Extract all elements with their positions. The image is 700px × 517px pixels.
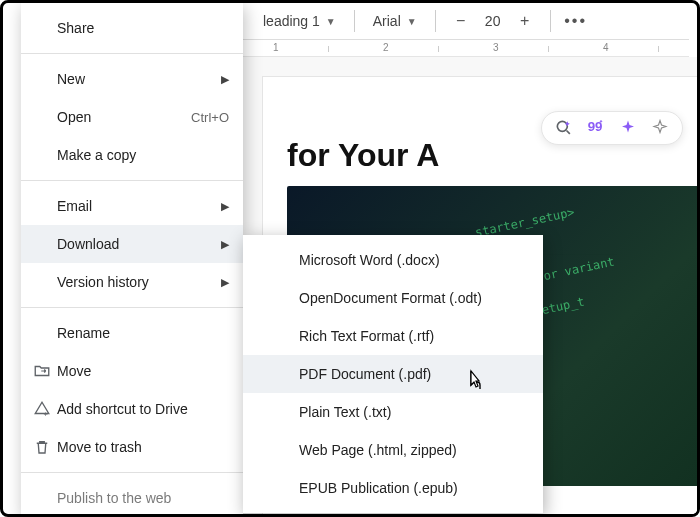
submenu-item-txt[interactable]: Plain Text (.txt) [243,393,543,431]
menu-label: Move to trash [57,439,229,455]
menu-item-make-copy[interactable]: Make a copy [21,136,243,174]
submenu-label: Web Page (.html, zipped) [299,442,457,458]
sparkle-icon[interactable] [618,118,638,138]
download-submenu: Microsoft Word (.docx) OpenDocument Form… [243,235,543,513]
quote-sparkle-icon[interactable]: 99 [586,118,606,138]
toolbar-separator [354,10,355,32]
menu-item-move[interactable]: Move [21,352,243,390]
menu-label: New [57,71,221,87]
increase-font-size-button[interactable]: + [512,8,538,34]
submenu-arrow-icon: ▶ [221,200,229,213]
ruler-number: 3 [493,42,499,53]
menu-label: Open [57,109,191,125]
menu-item-add-shortcut[interactable]: + Add shortcut to Drive [21,390,243,428]
submenu-arrow-icon: ▶ [221,276,229,289]
chevron-down-icon: ▼ [326,16,336,27]
menu-item-open[interactable]: Open Ctrl+O [21,98,243,136]
submenu-label: PDF Document (.pdf) [299,366,431,382]
decrease-font-size-button[interactable]: − [448,8,474,34]
ai-suggestion-bubble[interactable]: 99 [541,111,683,145]
ruler-number: 1 [273,42,279,53]
more-toolbar-button[interactable]: ••• [563,8,589,34]
menu-label: Share [57,20,229,36]
submenu-label: Rich Text Format (.rtf) [299,328,434,344]
submenu-arrow-icon: ▶ [221,73,229,86]
font-size-value[interactable]: 20 [480,13,506,29]
menu-separator [21,53,243,54]
submenu-item-html[interactable]: Web Page (.html, zipped) [243,431,543,469]
drive-shortcut-icon: + [33,400,57,418]
menu-item-new[interactable]: New ▶ [21,60,243,98]
menu-label: Publish to the web [57,490,229,506]
submenu-item-pdf[interactable]: PDF Document (.pdf) [243,355,543,393]
font-family-label: Arial [373,13,401,29]
menu-label: Make a copy [57,147,229,163]
menu-label: Download [57,236,221,252]
font-family-dropdown[interactable]: Arial ▼ [367,9,423,33]
trash-icon [33,438,57,456]
submenu-item-docx[interactable]: Microsoft Word (.docx) [243,241,543,279]
menu-item-email[interactable]: Email ▶ [21,187,243,225]
menu-label: Add shortcut to Drive [57,401,229,417]
submenu-arrow-icon: ▶ [221,238,229,251]
submenu-item-odt[interactable]: OpenDocument Format (.odt) [243,279,543,317]
menu-item-publish[interactable]: Publish to the web [21,479,243,517]
svg-text:+: + [44,410,49,419]
svg-point-0 [557,121,567,131]
ruler-number: 4 [603,42,609,53]
chevron-down-icon: ▼ [407,16,417,27]
menu-separator [21,472,243,473]
menu-separator [21,307,243,308]
toolbar-separator [550,10,551,32]
toolbar-separator [435,10,436,32]
sparkle-outline-icon[interactable] [650,118,670,138]
menu-item-share[interactable]: Share [21,9,243,47]
menu-item-version-history[interactable]: Version history ▶ [21,263,243,301]
folder-move-icon [33,362,57,380]
ruler: 1 2 3 4 [243,39,689,57]
submenu-item-rtf[interactable]: Rich Text Format (.rtf) [243,317,543,355]
ruler-number: 2 [383,42,389,53]
paragraph-style-label: leading 1 [263,13,320,29]
paragraph-style-dropdown[interactable]: leading 1 ▼ [257,9,342,33]
menu-separator [21,180,243,181]
menu-shortcut: Ctrl+O [191,110,229,125]
search-sparkle-icon[interactable] [554,118,574,138]
submenu-item-epub[interactable]: EPUB Publication (.epub) [243,469,543,507]
menu-item-download[interactable]: Download ▶ [21,225,243,263]
menu-label: Rename [57,325,229,341]
menu-label: Email [57,198,221,214]
menu-label: Move [57,363,229,379]
submenu-label: EPUB Publication (.epub) [299,480,458,496]
submenu-label: OpenDocument Format (.odt) [299,290,482,306]
menu-label: Version history [57,274,221,290]
submenu-label: Microsoft Word (.docx) [299,252,440,268]
file-menu: Share New ▶ Open Ctrl+O Make a copy Emai… [21,3,243,517]
menu-item-move-to-trash[interactable]: Move to trash [21,428,243,466]
menu-item-rename[interactable]: Rename [21,314,243,352]
submenu-label: Plain Text (.txt) [299,404,391,420]
